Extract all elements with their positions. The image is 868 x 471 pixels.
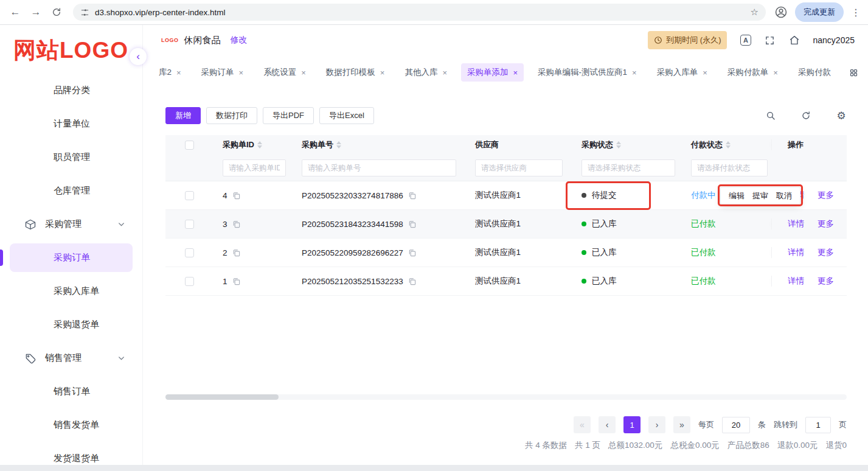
refresh-table-icon[interactable] [800,110,811,121]
jump-unit: 页 [839,419,847,430]
tab-system-settings[interactable]: 系统设置× [257,63,312,82]
sort-icon[interactable] [726,141,731,148]
clock-icon [654,36,662,44]
sort-icon[interactable] [257,141,262,148]
browser-update-button[interactable]: 完成更新 [795,2,844,22]
filter-id-input[interactable] [223,159,286,176]
edit-shop-link[interactable]: 修改 [231,35,248,46]
sidebar-item-staff-management[interactable]: 职员管理 [0,141,142,174]
sidebar-item-warehouse-management[interactable]: 仓库管理 [0,174,142,208]
home-icon[interactable] [788,35,800,46]
row-checkbox[interactable] [185,191,194,200]
detail-link[interactable]: 详情 [788,276,804,287]
filter-purchase-status-select[interactable] [582,159,675,176]
copy-icon[interactable] [232,220,240,228]
data-print-button[interactable]: 数据打印 [206,107,257,124]
sidebar-item-purchase-management[interactable]: 采购管理 [0,208,142,241]
browser-refresh-icon[interactable] [47,3,66,21]
filter-payment-status-select[interactable] [691,159,768,176]
sort-icon[interactable] [616,141,621,148]
search-icon[interactable] [765,110,776,121]
site-logo: 网站LOGO [0,25,142,64]
close-icon[interactable]: × [773,69,778,77]
apps-grid-icon[interactable] [849,68,858,77]
bookmark-star-icon[interactable]: ☆ [751,7,759,18]
copy-icon[interactable] [408,220,416,228]
export-pdf-button[interactable]: 导出PDF [263,107,314,124]
tab-purchase-payment[interactable]: 采购付款单× [721,63,784,82]
more-link[interactable]: 更多 [818,247,834,258]
browser-bar: ← → d3.shopxo.vip/erp-center-index.html … [0,0,868,25]
fullscreen-icon[interactable] [764,35,776,46]
per-page-input[interactable] [722,417,750,433]
more-link[interactable]: 更多 [818,218,834,229]
copy-icon[interactable] [232,249,240,257]
tab-warehouse2[interactable]: 库2× [156,63,187,82]
url-bar[interactable]: d3.shopxo.vip/erp-center-index.html ☆ [73,4,766,21]
browser-forward-icon[interactable]: → [27,3,45,21]
tab-purchase-inbound[interactable]: 采购入库单× [651,63,713,82]
close-icon[interactable]: × [301,69,306,77]
close-icon[interactable]: × [380,69,385,77]
tab-purchase-order-add[interactable]: 采购单添加× [461,63,524,82]
sidebar-item-purchase-inbound[interactable]: 采购入库单 [0,274,142,308]
url-text[interactable]: d3.shopxo.vip/erp-center-index.html [95,8,745,17]
filter-order-no-input[interactable] [302,159,456,176]
collapse-sidebar-button[interactable]: ‹ [130,48,147,65]
copy-icon[interactable] [232,192,240,200]
filter-supplier-select[interactable] [475,159,563,176]
sidebar-item-sales-management[interactable]: 销售管理 [0,341,142,375]
page-1-button[interactable]: 1 [623,416,641,433]
copy-icon[interactable] [408,277,416,285]
last-page-button[interactable]: » [673,416,690,433]
sidebar-item-sales-shipments[interactable]: 销售发货单 [0,408,142,442]
popup-submit-review-button[interactable]: 提审 [752,190,768,201]
more-link[interactable]: 更多 [818,190,834,201]
sidebar-menu: 品牌分类 计量单位 职员管理 仓库管理 采购管理 采购订单 采购 [0,74,142,471]
payment-status: 已付款 [691,247,716,258]
prev-page-button[interactable]: ‹ [599,416,616,433]
first-page-button[interactable]: « [574,416,591,433]
sidebar-item-purchase-orders[interactable]: 采购订单 [0,241,142,274]
close-icon[interactable]: × [632,69,637,77]
row-checkbox[interactable] [185,248,194,257]
tab-purchase-payment-2[interactable]: 采购付款 [792,63,837,82]
more-link[interactable]: 更多 [818,276,834,287]
tab-purchase-order-edit[interactable]: 采购单编辑-测试供应商1× [532,63,643,82]
sidebar-item-purchase-returns[interactable]: 采购退货单 [0,308,142,341]
site-settings-icon[interactable] [80,8,89,17]
close-icon[interactable]: × [442,69,447,77]
language-icon[interactable]: A [740,35,751,46]
detail-link[interactable]: 详情 [788,218,804,229]
select-all-checkbox[interactable] [185,141,194,150]
settings-gear-icon[interactable]: ⚙ [836,110,847,121]
next-page-button[interactable]: › [648,416,665,433]
export-excel-button[interactable]: 导出Excel [319,107,374,124]
popup-edit-button[interactable]: 编辑 [729,190,745,201]
detail-link[interactable]: 详情 [788,247,804,258]
close-icon[interactable]: × [176,69,181,77]
browser-profile-icon[interactable] [773,4,789,20]
close-icon[interactable]: × [239,69,244,77]
sidebar-item-brand-category[interactable]: 品牌分类 [0,74,142,107]
sort-icon[interactable] [336,141,341,148]
copy-icon[interactable] [232,277,240,285]
username[interactable]: nancy2025 [813,35,855,45]
sidebar-item-sales-orders[interactable]: 销售订单 [0,375,142,408]
popup-cancel-button[interactable]: 取消 [776,190,792,201]
row-checkbox[interactable] [185,220,194,229]
browser-back-icon[interactable]: ← [6,3,24,21]
tab-purchase-orders[interactable]: 采购订单× [195,63,250,82]
row-checkbox[interactable] [185,277,194,286]
jump-page-input[interactable] [805,417,831,433]
browser-menu-icon[interactable]: ⋮ [850,7,862,18]
horizontal-scrollbar-thumb[interactable] [165,394,279,400]
sidebar-item-measure-unit[interactable]: 计量单位 [0,107,142,141]
close-icon[interactable]: × [513,69,518,77]
close-icon[interactable]: × [703,69,707,77]
tab-print-template[interactable]: 数据打印模板× [320,63,391,82]
tab-other-inbound[interactable]: 其他入库× [398,63,453,82]
copy-icon[interactable] [408,249,416,257]
add-button[interactable]: 新增 [165,107,201,124]
copy-icon[interactable] [408,192,416,200]
